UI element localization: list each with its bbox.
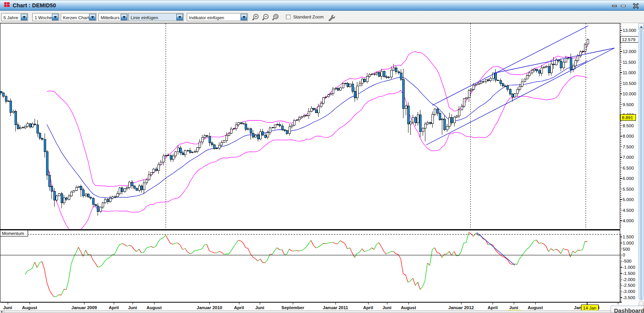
dropdown-arrow-icon[interactable] <box>89 14 96 20</box>
candle-body-up <box>303 116 305 117</box>
candle-body-up <box>228 133 230 135</box>
candle-body-up <box>19 127 21 128</box>
app-icon-square <box>4 2 7 4</box>
chart-area: Momentum13.00012.50012.00011.50011.00010… <box>0 23 644 313</box>
candle-body-down <box>2 93 4 96</box>
momentum-axis-label: -3.000 <box>623 289 636 294</box>
standard-zoom-label: Standard Zoom <box>293 15 324 19</box>
candle <box>223 140 225 143</box>
candle-body-up <box>339 88 341 90</box>
title-bar[interactable]: Chart : DEMID50 <box>0 0 644 11</box>
candle-body-up <box>565 58 567 62</box>
app-icon <box>4 2 10 7</box>
candle-body-up <box>320 103 322 107</box>
candle-body-down <box>37 125 38 133</box>
dashboard-label: Dashboard <box>614 307 644 313</box>
candle-body-down <box>136 188 138 190</box>
candle-body-down <box>500 81 501 84</box>
candle-body-up <box>521 82 523 87</box>
momentum-legend-label: Momentum <box>2 231 24 236</box>
standard-zoom-checkbox[interactable] <box>286 15 290 19</box>
price-axis-label: 7.500 <box>623 145 634 149</box>
time-axis-label: August <box>401 305 416 310</box>
candle-body-up <box>116 194 118 197</box>
dropdown-chart-type[interactable]: Kerzen Chart <box>61 13 96 21</box>
dropdown-insert-line[interactable]: Linie einfügen <box>128 13 184 21</box>
candle-body-up <box>366 77 368 82</box>
candle-body-up <box>405 106 407 109</box>
candle-body-down <box>419 115 421 132</box>
close-button[interactable] <box>632 0 640 11</box>
vertical-scrollbar-thumb[interactable] <box>639 30 644 300</box>
candle-body-down <box>107 200 109 202</box>
candle-body-up <box>478 83 480 85</box>
candle-body-down <box>385 77 387 78</box>
candle-body-down <box>44 140 46 152</box>
candle-body-down <box>313 108 315 110</box>
price-axis-label: 4.500 <box>623 208 634 213</box>
price-axis-label: 5.000 <box>623 197 634 202</box>
candle-body-down <box>250 129 252 133</box>
candle-body-up <box>434 109 436 115</box>
dashboard-panel[interactable]: Dashboard <box>611 306 644 313</box>
time-axis-label: September <box>281 305 304 310</box>
dropdown-arrow-icon[interactable] <box>176 14 183 20</box>
candle-body-up <box>458 110 460 116</box>
candle-body-up <box>490 78 491 80</box>
dropdown-arrow-icon[interactable] <box>121 14 127 20</box>
candle-body-up <box>541 68 543 73</box>
candle-body-up <box>148 175 150 180</box>
candle-body-down <box>245 124 247 129</box>
price-axis-label: 4.000 <box>623 218 634 223</box>
zoom-reset-button[interactable] <box>272 13 279 21</box>
candle <box>322 97 324 105</box>
candle-body-down <box>548 67 550 73</box>
candle-body-up <box>485 80 487 82</box>
candle-body-down <box>570 58 572 70</box>
dropdown-insert-indicator[interactable]: Indikator einfügen <box>187 13 248 21</box>
maximize-button[interactable] <box>619 0 627 11</box>
minimize-button[interactable] <box>610 0 619 11</box>
momentum-segment <box>59 295 61 295</box>
candle-body-up <box>359 83 361 86</box>
dropdown-period[interactable]: 5 Jahre <box>1 13 28 21</box>
candle-body-down <box>61 194 63 203</box>
candle-body-up <box>446 127 448 130</box>
scroll-left-arrow-icon[interactable] <box>0 311 4 313</box>
dropdown-price-basis[interactable]: Mittelkurs <box>98 13 128 21</box>
vertical-scrollbar[interactable] <box>638 23 644 310</box>
candle-body-down <box>182 153 184 155</box>
zoom-in-button[interactable] <box>252 13 259 21</box>
price-axis-label: 7.000 <box>623 155 634 160</box>
candle-body-down <box>213 145 215 149</box>
candle-body-down <box>495 73 496 80</box>
candle-body-up <box>196 148 198 152</box>
candle-body-up <box>233 129 235 129</box>
momentum-axis-label: -2.000 <box>623 277 636 282</box>
candle-body-up <box>191 152 193 152</box>
candle-body-up <box>70 192 72 196</box>
momentum-segment <box>280 250 282 250</box>
dropdown-price-basis-value: Mittelkurs <box>101 15 120 20</box>
dropdown-arrow-icon[interactable] <box>52 14 58 20</box>
dropdown-arrow-icon[interactable] <box>241 14 247 20</box>
candle-body-up <box>143 183 145 190</box>
zoom-out-button[interactable] <box>262 13 269 21</box>
settings-wrench-icon[interactable] <box>327 13 337 21</box>
candle-body-up <box>424 124 426 128</box>
candle-body-up <box>247 129 249 130</box>
candle-body-down <box>51 186 53 191</box>
price-axis-label: 10.500 <box>623 81 636 86</box>
momentum-axis-label: -3.500 <box>623 295 636 300</box>
candle-body-up <box>298 118 300 120</box>
dropdown-interval[interactable]: 1 Woche <box>32 13 59 21</box>
candle-body-up <box>160 162 162 164</box>
dropdown-arrow-icon[interactable] <box>21 14 27 20</box>
scroll-up-arrow-icon[interactable] <box>638 23 644 30</box>
candle-body-up <box>550 64 552 73</box>
time-axis-label: Januar 2009 <box>71 305 97 310</box>
horizontal-scrollbar[interactable] <box>0 310 644 313</box>
candle-body-down <box>39 133 41 138</box>
momentum-axis-label: 0 <box>623 253 625 257</box>
candle-body-up <box>361 79 363 83</box>
